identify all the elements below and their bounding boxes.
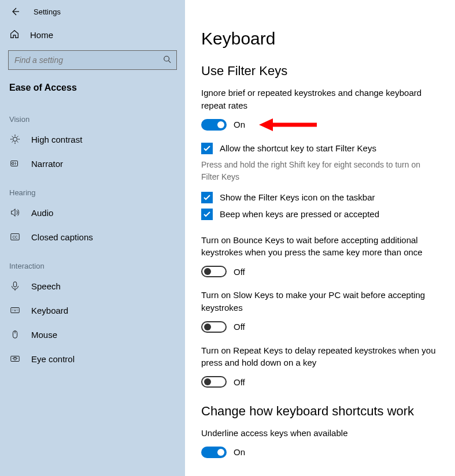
slow-keys-toggle[interactable] bbox=[201, 321, 227, 333]
settings-sidebar: Settings Home Ease of Access Vision High… bbox=[0, 0, 185, 476]
narrator-icon bbox=[9, 158, 21, 169]
svg-point-1 bbox=[13, 137, 17, 141]
slow-keys-description: Turn on Slow Keys to make your PC wait b… bbox=[201, 289, 439, 314]
home-nav[interactable]: Home bbox=[0, 23, 185, 47]
beep-label: Beep when keys are pressed or accepted bbox=[220, 208, 379, 220]
mic-icon bbox=[9, 281, 21, 291]
sidebar-item-label: Audio bbox=[31, 208, 53, 218]
sidebar-item-label: High contrast bbox=[31, 135, 82, 144]
slow-keys-toggle-label: Off bbox=[234, 322, 245, 332]
repeat-keys-toggle-label: Off bbox=[234, 377, 245, 387]
mouse-icon bbox=[9, 329, 21, 340]
highlight-arrow-icon bbox=[259, 117, 317, 133]
allow-shortcut-label: Allow the shortcut key to start Filter K… bbox=[220, 142, 376, 154]
sidebar-section-title: Ease of Access bbox=[0, 78, 185, 102]
bounce-keys-description: Turn on Bounce Keys to wait before accep… bbox=[201, 234, 439, 259]
content-pane: Keyboard Use Filter Keys Ignore brief or… bbox=[185, 0, 455, 476]
sidebar-item-label: Narrator bbox=[31, 159, 63, 169]
page-title: Keyboard bbox=[201, 29, 439, 49]
sidebar-item-keyboard[interactable]: Keyboard bbox=[0, 298, 185, 322]
sidebar-item-eye-control[interactable]: Eye control bbox=[0, 347, 185, 371]
repeat-keys-toggle[interactable] bbox=[201, 376, 227, 388]
sidebar-item-closed-captions[interactable]: CC Closed captions bbox=[0, 225, 185, 249]
sidebar-item-speech[interactable]: Speech bbox=[0, 274, 185, 298]
sidebar-item-audio[interactable]: Audio bbox=[0, 200, 185, 225]
sidebar-item-high-contrast[interactable]: High contrast bbox=[0, 127, 185, 151]
sidebar-item-label: Keyboard bbox=[31, 306, 68, 315]
sidebar-item-label: Speech bbox=[31, 281, 61, 291]
svg-rect-9 bbox=[11, 356, 19, 362]
home-label: Home bbox=[30, 30, 53, 40]
sidebar-item-mouse[interactable]: Mouse bbox=[0, 322, 185, 347]
bounce-keys-toggle[interactable] bbox=[201, 266, 227, 277]
section-filter-keys-title: Use Filter Keys bbox=[201, 64, 439, 79]
show-icon-checkbox[interactable] bbox=[201, 192, 213, 203]
keyboard-icon bbox=[9, 305, 21, 315]
group-label-hearing: Hearing bbox=[0, 176, 185, 200]
svg-rect-7 bbox=[11, 308, 19, 313]
search-icon bbox=[163, 55, 171, 65]
sidebar-item-label: Mouse bbox=[31, 330, 57, 340]
show-icon-label: Show the Filter Keys icon on the taskbar bbox=[220, 191, 375, 203]
repeat-keys-description: Turn on Repeat Keys to delay repeated ke… bbox=[201, 344, 439, 370]
cc-icon: CC bbox=[9, 232, 21, 242]
svg-rect-6 bbox=[13, 282, 16, 287]
titlebar: Settings bbox=[0, 0, 185, 23]
svg-point-3 bbox=[12, 162, 14, 165]
bounce-keys-toggle-label: Off bbox=[234, 267, 245, 277]
svg-text:CC: CC bbox=[12, 235, 18, 239]
sidebar-item-narrator[interactable]: Narrator bbox=[0, 151, 185, 176]
search-input[interactable] bbox=[8, 50, 177, 70]
svg-point-0 bbox=[164, 56, 169, 61]
beep-checkbox[interactable] bbox=[201, 209, 213, 220]
window-title: Settings bbox=[34, 8, 61, 16]
audio-icon bbox=[9, 207, 21, 218]
group-label-vision: Vision bbox=[0, 102, 185, 127]
allow-shortcut-hint: Press and hold the right Shift key for e… bbox=[201, 159, 439, 183]
back-button[interactable] bbox=[9, 6, 21, 17]
group-label-interaction: Interaction bbox=[0, 249, 185, 274]
search-box[interactable] bbox=[8, 50, 177, 70]
filter-keys-toggle-label: On bbox=[234, 120, 245, 129]
arrow-left-icon bbox=[10, 7, 20, 16]
filter-keys-description: Ignore brief or repeated keystrokes and … bbox=[201, 87, 439, 112]
allow-shortcut-checkbox[interactable] bbox=[201, 143, 213, 154]
underline-description: Underline access keys when available bbox=[201, 427, 439, 440]
home-icon bbox=[9, 29, 20, 41]
filter-keys-toggle[interactable] bbox=[201, 119, 227, 131]
eye-icon bbox=[9, 354, 21, 364]
sidebar-item-label: Eye control bbox=[31, 354, 75, 364]
section-shortcuts-title: Change how keyboard shortcuts work bbox=[201, 404, 439, 419]
underline-toggle[interactable] bbox=[201, 447, 227, 458]
brightness-icon bbox=[9, 134, 21, 144]
sidebar-item-label: Closed captions bbox=[31, 232, 93, 242]
underline-toggle-label: On bbox=[234, 447, 245, 457]
